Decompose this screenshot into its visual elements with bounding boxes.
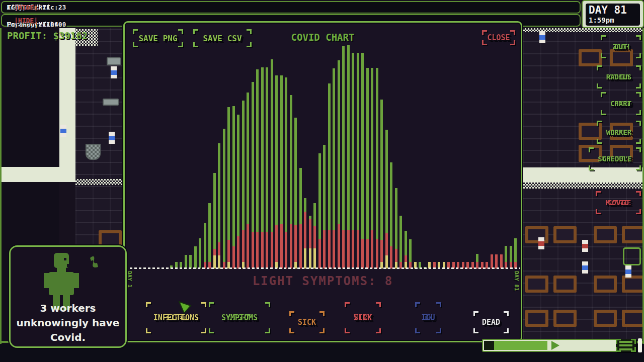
hallway-vertical-left (59, 28, 75, 182)
bar-day-58-red (405, 255, 407, 262)
mutate-covid-button[interactable]: MUTATECOVID (596, 191, 641, 214)
screen-edge-left (0, 28, 2, 344)
bar-day-57 (399, 216, 402, 268)
bar-day-40-red (318, 239, 321, 268)
worker-sprite (109, 132, 115, 144)
bar-day-38-yellow (309, 248, 311, 268)
worker-sprite (582, 261, 588, 274)
zoom-out-button[interactable]: ZOOMOUT (601, 35, 641, 58)
clock-box: DAY 81 1:59pm (586, 4, 640, 26)
bar-day-15 (199, 238, 201, 268)
bar-day-50-red (366, 239, 369, 268)
speed-fill (494, 341, 547, 350)
bar-day-33-red (285, 232, 287, 268)
bar-day-35-red (294, 225, 297, 262)
legend-very-sick[interactable]: VERYSICK (345, 302, 381, 333)
bar-day-39-red (313, 226, 316, 248)
bar-day-22 (232, 106, 235, 268)
covid-radius-button[interactable]: COVIDRADIUS (597, 65, 641, 88)
bar-day-49 (361, 53, 364, 268)
selection-box (623, 247, 641, 265)
covid-chart-modal: SAVE PNG SAVE CSV COVID CHART CLOSE DAY … (123, 21, 522, 342)
bar-day-52-red (376, 239, 378, 268)
desk (594, 226, 617, 243)
modify-schedule-button[interactable]: MODIFYSCHEDULE (589, 147, 641, 170)
bench (103, 99, 119, 106)
legend-sick[interactable]: SICK (289, 311, 325, 333)
bar-day-36-red (299, 224, 302, 268)
bar-day-44-red (338, 224, 340, 268)
bar-day-45-red (342, 230, 345, 268)
game-screen: At Home:27At Work:173Infected:26Asymptom… (0, 0, 644, 362)
legend-total-infections[interactable]: TOTALINFECTIONS (146, 302, 206, 333)
bar-day-26-red (252, 232, 254, 268)
hire-worker-button[interactable]: HIREWORKER (597, 121, 641, 144)
bar-day-46-red (347, 230, 350, 268)
bar-day-47-red (352, 230, 354, 268)
bar-day-17 (208, 203, 211, 268)
covid-chart-button[interactable]: COVIDCHART (601, 92, 641, 115)
notification-bubble[interactable]: 3 workersunknowingly haveCovid. (9, 245, 127, 348)
speed-segment-dark (484, 341, 494, 350)
legend-dead[interactable]: DEAD (473, 311, 509, 333)
slider-handle[interactable] (638, 338, 642, 352)
bar-day-39-yellow (313, 248, 316, 268)
bar-day-37-red (304, 212, 306, 248)
desk (525, 276, 548, 293)
desk (594, 276, 617, 293)
bar-day-77-red (495, 254, 498, 268)
modal-title: COVID CHART (125, 32, 521, 43)
bar-day-19-yellow (218, 255, 220, 268)
bar-day-49-red (361, 239, 364, 268)
bar-day-53-red (380, 240, 383, 262)
worker-sprite (538, 237, 544, 249)
play-arrow-icon (551, 341, 559, 350)
clock-panel: DAY 81 1:59pm (582, 0, 644, 28)
desk (525, 310, 548, 327)
game-speed-bar[interactable] (482, 339, 636, 352)
worker-sprite (582, 240, 588, 252)
status-bar-health: At Home:27At Work:173Infected:26Asymptom… (1, 1, 581, 14)
bar-day-76-red (491, 254, 493, 268)
basket (86, 144, 101, 160)
dither-right (523, 183, 644, 189)
bar-day-18-red (213, 249, 216, 255)
bar-day-21-red (227, 240, 230, 262)
bar-day-78-red (500, 254, 503, 268)
bar-day-38-red (309, 219, 311, 248)
bar-day-18-yellow (213, 255, 216, 268)
bar-day-24-red (242, 230, 245, 262)
chart-plot-area[interactable] (131, 45, 519, 268)
desk (622, 310, 644, 327)
hide-company-bar-button[interactable]: |HIDE| (14, 17, 38, 24)
worker-sprite (539, 31, 545, 43)
legend-light-symptoms[interactable]: LIGHTSYMPTOMS (209, 302, 270, 333)
bar-day-32-red (280, 224, 283, 268)
worker-sprite (60, 125, 66, 137)
desk (579, 49, 602, 66)
bar-day-31-red (275, 225, 278, 262)
desk (525, 226, 548, 243)
bar-day-13 (189, 255, 192, 268)
bar-day-19-red (218, 242, 220, 255)
chart-baseline (130, 267, 520, 269)
bar-day-55-red (390, 246, 392, 268)
worker-sprite (625, 265, 631, 278)
desk (553, 226, 577, 243)
bar-day-41-red (323, 230, 326, 268)
profit-readout: PROFIT: $39162 (7, 30, 88, 41)
desk (99, 230, 122, 247)
close-button[interactable]: CLOSE (482, 30, 515, 45)
dither-left (75, 179, 123, 185)
legend-in-icu[interactable]: INICU (415, 302, 441, 333)
hide-health-bar-button[interactable]: |HIDE| (14, 4, 38, 11)
desk (553, 276, 577, 293)
menu-hamburger-button[interactable] (616, 339, 636, 352)
bar-day-28-red (261, 232, 264, 268)
desk (553, 310, 577, 327)
bar-day-54-red (385, 233, 388, 255)
bar-day-12 (185, 255, 187, 268)
bar-day-20 (223, 129, 225, 268)
bar-day-51-red (371, 230, 373, 268)
notification-text: 3 workersunknowingly haveCovid. (11, 301, 125, 345)
